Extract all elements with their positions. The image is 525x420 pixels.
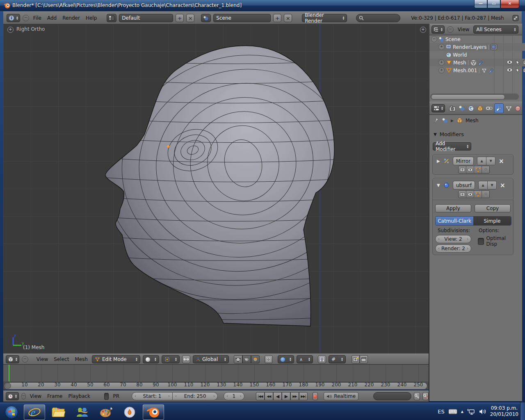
tab-render[interactable] bbox=[448, 104, 457, 113]
scene-field[interactable]: Scene bbox=[213, 14, 271, 22]
taskbar-windows-explorer[interactable] bbox=[48, 404, 69, 420]
outliner-scrollbar-thumb[interactable] bbox=[431, 94, 505, 100]
show-desktop-button[interactable] bbox=[520, 402, 525, 420]
add-modifier-dropdown[interactable]: Add Modifier ▲▼ bbox=[433, 142, 471, 151]
delete-scene-button[interactable]: × bbox=[284, 14, 292, 22]
language-indicator[interactable]: ES bbox=[438, 409, 444, 415]
edge-select-mode-button[interactable] bbox=[242, 355, 251, 363]
minimize-button[interactable]: — bbox=[474, 0, 487, 8]
outliner-menu-view[interactable]: View bbox=[456, 27, 471, 32]
timeline-canvas[interactable] bbox=[3, 364, 429, 382]
tab-modifiers[interactable] bbox=[494, 103, 504, 113]
taskbar-messenger[interactable] bbox=[71, 404, 93, 420]
view3d-editor-selector[interactable]: ▲▼ bbox=[6, 355, 19, 363]
scene-icon-button[interactable] bbox=[201, 14, 211, 22]
screen-layout-icon-button[interactable] bbox=[107, 14, 116, 22]
renderability-camera-icon[interactable] bbox=[523, 68, 525, 73]
outliner-row-renderlayers[interactable]: + RenderLayers | bbox=[429, 43, 525, 51]
start-button[interactable] bbox=[2, 404, 21, 420]
editmode-toggle-icon[interactable] bbox=[474, 166, 482, 173]
expand-icon[interactable]: + bbox=[438, 67, 445, 73]
render-toggle-icon[interactable] bbox=[459, 166, 466, 173]
menu-playback[interactable]: Playback bbox=[67, 393, 92, 399]
volume-tray-icon[interactable] bbox=[479, 409, 486, 415]
proportional-edit-select[interactable]: ▲▼ bbox=[278, 355, 294, 363]
current-frame-line[interactable] bbox=[9, 365, 9, 382]
cage-toggle-icon[interactable] bbox=[482, 166, 489, 173]
snap-element-select[interactable]: # ▲▼ bbox=[329, 355, 346, 363]
editor-type-selector[interactable]: i ▲▼ bbox=[7, 14, 20, 22]
move-up-button[interactable]: ▲ bbox=[479, 181, 487, 189]
expand-icon[interactable]: + bbox=[438, 59, 445, 66]
keyboard-tray-icon[interactable] bbox=[448, 409, 457, 415]
menu-view[interactable]: View bbox=[28, 393, 43, 399]
outliner-row-mesh001[interactable]: + Mesh.001 | bbox=[429, 66, 525, 74]
manipulator-toggle[interactable] bbox=[182, 355, 190, 363]
visibility-eye-icon[interactable] bbox=[507, 60, 513, 64]
insert-keyframe-button[interactable] bbox=[414, 392, 420, 400]
delete-modifier-button[interactable]: × bbox=[499, 158, 504, 165]
taskbar-paint[interactable] bbox=[95, 404, 116, 420]
maximize-button[interactable]: ▭ bbox=[487, 0, 500, 8]
realtime-toggle-icon[interactable] bbox=[466, 166, 474, 173]
render-opengl-button[interactable] bbox=[352, 355, 360, 363]
expand-icon[interactable]: + bbox=[438, 44, 445, 50]
proportional-falloff-select[interactable]: ∧ ▲▼ bbox=[297, 355, 313, 363]
screen-layout-field[interactable]: Default bbox=[119, 14, 173, 22]
menu-render[interactable]: Render bbox=[61, 15, 82, 21]
fullscreen-icon[interactable] bbox=[512, 15, 519, 21]
collapse-icon[interactable]: − bbox=[431, 36, 437, 42]
collapse-menus-icon[interactable]: − bbox=[22, 356, 28, 363]
show-hidden-icons-button[interactable]: ▲ bbox=[461, 410, 463, 413]
audio-sync-select[interactable]: Realtime bbox=[324, 392, 358, 400]
renderability-camera-icon[interactable] bbox=[523, 60, 525, 65]
catmull-clark-button[interactable]: Catmull-Clark bbox=[436, 217, 473, 225]
jump-to-end-button[interactable]: ▶▶| bbox=[299, 392, 308, 400]
menu-select[interactable]: Select bbox=[52, 356, 71, 362]
play-button[interactable]: ▶ bbox=[282, 392, 290, 400]
add-scene-button[interactable]: + bbox=[273, 14, 281, 22]
record-button[interactable] bbox=[313, 392, 318, 400]
move-down-button[interactable]: ▼ bbox=[487, 181, 496, 189]
increment-icon[interactable]: › bbox=[467, 246, 468, 251]
modifier-expand-icon[interactable]: ▼ bbox=[437, 183, 440, 187]
modifier-name-field[interactable]: ubsurf bbox=[453, 181, 475, 189]
view-subdivisions-stepper[interactable]: ‹ View: 2 › bbox=[435, 235, 471, 243]
tray-clock[interactable]: 09:03 p.m. 20/01/2010 bbox=[490, 405, 518, 418]
apply-button[interactable]: Apply bbox=[435, 204, 471, 212]
selectability-cursor-icon[interactable] bbox=[516, 68, 520, 73]
search-input[interactable] bbox=[356, 14, 400, 22]
scene-balls-icon[interactable] bbox=[442, 118, 448, 123]
next-keyframe-button[interactable]: ▶▶ bbox=[290, 392, 299, 400]
menu-help[interactable]: Help bbox=[84, 15, 98, 21]
menu-view[interactable]: View bbox=[35, 356, 50, 362]
tab-material[interactable] bbox=[514, 104, 522, 113]
collapse-menus-icon[interactable]: − bbox=[23, 15, 29, 21]
current-frame-stepper[interactable]: ‹1› bbox=[224, 392, 244, 400]
simple-button[interactable]: Simple bbox=[473, 217, 511, 225]
pivot-point-select[interactable]: ▲▼ bbox=[162, 355, 180, 363]
outliner-editor-selector[interactable]: ▲▼ bbox=[431, 25, 445, 34]
delete-modifier-button[interactable]: × bbox=[500, 182, 505, 189]
collapse-menus-icon[interactable]: − bbox=[447, 26, 454, 33]
viewport-3d[interactable]: + Right Ortho + z y (1) Mesh bbox=[3, 24, 429, 354]
cage-toggle-icon[interactable] bbox=[482, 191, 489, 198]
panel-expand-icon[interactable]: ▼ bbox=[434, 132, 437, 137]
timeline-ruler[interactable]: 1020304050607080901001101201301401501601… bbox=[3, 381, 429, 390]
jump-to-start-button[interactable]: |◀◀ bbox=[256, 392, 265, 400]
outliner-row-scene[interactable]: − Scene bbox=[429, 35, 524, 43]
menu-frame[interactable]: Frame bbox=[46, 393, 64, 399]
properties-shelf-open-icon[interactable]: + bbox=[420, 27, 426, 33]
selectability-cursor-icon[interactable] bbox=[516, 60, 520, 65]
timeline-scrollbar[interactable] bbox=[4, 382, 427, 390]
transform-orientation-select[interactable]: Global ▲▼ bbox=[193, 355, 229, 363]
window-titlebar[interactable]: Blender* [C:\Users\Afkael\Pictures\Blend… bbox=[0, 0, 525, 11]
pin-icon[interactable] bbox=[433, 117, 439, 123]
taskbar-disc-burner[interactable] bbox=[119, 404, 140, 420]
modifiers-panel-header[interactable]: ▼ Modifiers bbox=[434, 131, 464, 137]
menu-mesh[interactable]: Mesh bbox=[73, 356, 89, 362]
render-engine-select[interactable]: Blender Render ▲▼ bbox=[302, 14, 347, 22]
increment-icon[interactable]: › bbox=[467, 237, 468, 242]
tab-object[interactable] bbox=[476, 104, 484, 113]
modifier-expand-icon[interactable]: ▶ bbox=[437, 159, 440, 163]
